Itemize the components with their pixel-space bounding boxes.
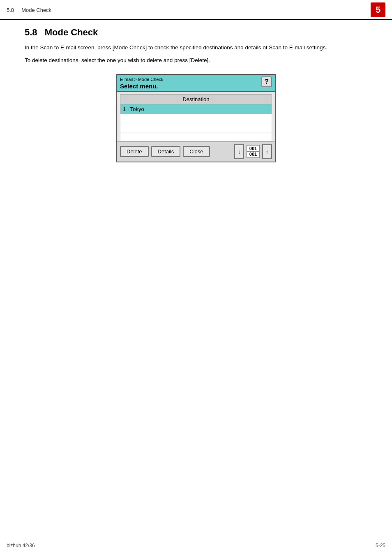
mode-check-dialog: E-mail > Mode Check Select menu. ? Desti…: [116, 74, 276, 162]
header-section-title: Mode Check: [21, 7, 51, 13]
table-column-header: Destination: [120, 94, 272, 104]
table-cell-destination: [120, 114, 272, 123]
dialog-footer: Delete Details Close ↓ 001 001 ↑: [117, 141, 275, 162]
delete-button[interactable]: Delete: [120, 146, 149, 157]
table-cell-destination: [120, 123, 272, 132]
paragraph-2: To delete destinations, select the one y…: [25, 56, 367, 65]
paragraph-1: In the Scan to E-mail screen, press [Mod…: [25, 44, 367, 52]
dialog-wrapper: E-mail > Mode Check Select menu. ? Desti…: [25, 74, 367, 162]
section-number: 5.8: [25, 27, 37, 37]
scroll-up-button[interactable]: ↑: [262, 144, 272, 159]
page-header: 5.8 Mode Check 5: [0, 0, 392, 20]
header-section-number: 5.8: [7, 7, 14, 13]
help-button[interactable]: ?: [261, 76, 272, 87]
footer-product-name: bizhub 42/36: [7, 543, 35, 548]
chapter-number-badge: 5: [371, 2, 385, 17]
page-footer: bizhub 42/36 5-25: [0, 540, 392, 548]
details-button[interactable]: Details: [151, 146, 181, 157]
dialog-title: Select menu.: [120, 82, 163, 90]
counter-current: 001: [247, 146, 259, 152]
destination-table: Destination 1 : Tokyo: [120, 94, 272, 141]
page-counter: 001 001: [247, 145, 260, 158]
table-row[interactable]: [120, 123, 272, 132]
close-button[interactable]: Close: [183, 146, 210, 157]
footer-page-number: 5-25: [376, 543, 385, 548]
dialog-breadcrumb: E-mail > Mode Check: [120, 76, 163, 82]
scroll-down-button[interactable]: ↓: [234, 144, 244, 159]
dialog-titlebar: E-mail > Mode Check Select menu. ?: [117, 75, 275, 92]
table-cell-destination: 1 : Tokyo: [120, 104, 272, 114]
table-cell-destination: [120, 132, 272, 141]
table-row[interactable]: 1 : Tokyo: [120, 104, 272, 114]
section-heading: Mode Check: [45, 27, 98, 37]
dialog-body: Destination 1 : Tokyo: [117, 92, 275, 141]
table-row[interactable]: [120, 132, 272, 141]
header-section-ref: 5.8 Mode Check: [7, 7, 51, 13]
table-row[interactable]: [120, 114, 272, 123]
counter-total: 001: [249, 152, 257, 157]
section-title: 5.8 Mode Check: [25, 27, 367, 38]
main-content: 5.8 Mode Check In the Scan to E-mail scr…: [0, 20, 392, 187]
dialog-title-text: E-mail > Mode Check Select menu.: [120, 76, 163, 90]
